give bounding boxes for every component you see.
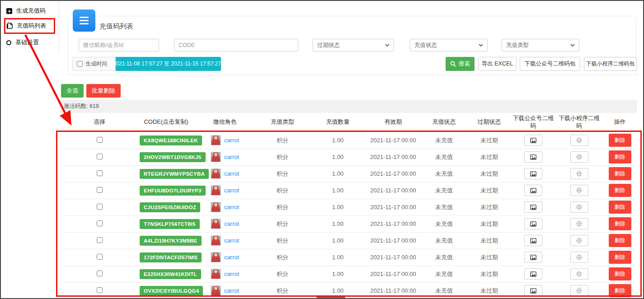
download-official-qr-button[interactable] — [524, 201, 542, 213]
expire-status-select[interactable]: 过期状态 — [313, 39, 394, 51]
download-mini-qr-button[interactable] — [570, 168, 588, 179]
row-checkbox[interactable] — [97, 170, 103, 176]
download-mini-qr-button[interactable] — [570, 252, 588, 263]
miniprogram-qr-icon — [576, 271, 582, 277]
download-official-qr-button[interactable] — [524, 135, 542, 146]
download-mini-qr-button[interactable] — [570, 235, 588, 246]
recharge-status-cell: 未充值 — [420, 282, 468, 299]
download-mini-qr-button[interactable] — [570, 151, 588, 163]
row-checkbox[interactable] — [97, 204, 103, 210]
download-mini-qr-button[interactable] — [570, 218, 588, 229]
code-badge[interactable]: E225HX30W41KDITL — [140, 269, 201, 279]
recharge-status-cell: 未充值 — [420, 266, 468, 282]
col-header-recharge-type: 充值类型 — [255, 113, 310, 132]
row-checkbox[interactable] — [97, 220, 103, 226]
col-header-actions: 操作 — [602, 113, 637, 132]
wechat-role-link[interactable]: carrot — [224, 187, 239, 194]
export-excel-button[interactable]: 导出 EXCEL — [478, 57, 517, 71]
delete-button[interactable]: 删除 — [609, 134, 631, 147]
validity-cell: 2021-11-17 00:00 — [366, 215, 420, 232]
download-mini-qr-button[interactable] — [570, 201, 588, 213]
menu-toggle-button[interactable] — [73, 9, 95, 32]
wechat-role-link[interactable]: carrot — [224, 287, 239, 294]
chevron-down-icon — [385, 44, 390, 47]
download-official-qr-pack-button[interactable]: 下载公众号二维码包 — [520, 57, 580, 71]
delete-button[interactable]: 删除 — [609, 251, 631, 264]
activation-code-count: 激活码数: 619 — [60, 100, 637, 113]
code-badge[interactable]: RTEGRJYWMYPSCYBA — [140, 169, 209, 179]
code-badge[interactable]: OVX2ICSYIBULGQG4 — [140, 286, 203, 296]
batch-delete-button[interactable]: 批量删除 — [86, 84, 121, 98]
download-mini-qr-button[interactable] — [570, 285, 588, 296]
download-official-qr-button[interactable] — [524, 151, 542, 163]
validity-cell: 2021-11-17 00:00 — [366, 266, 420, 282]
code-input[interactable] — [174, 39, 298, 51]
sidebar-item-code-list[interactable]: 充值码列表 — [6, 21, 46, 31]
col-header-select: 选择 — [61, 113, 138, 132]
download-official-qr-button[interactable] — [524, 168, 542, 179]
code-badge[interactable]: T7NSKLP756TCT8I5 — [140, 219, 200, 229]
wechat-role-link[interactable]: carrot — [224, 204, 239, 210]
nickname-member-id-input[interactable] — [79, 39, 159, 51]
wechat-role-link[interactable]: carrot — [224, 271, 239, 277]
row-checkbox[interactable] — [97, 137, 103, 143]
miniprogram-qr-icon — [576, 137, 582, 143]
delete-button[interactable]: 删除 — [609, 284, 631, 297]
recharge-type-cell: 积分 — [255, 249, 310, 266]
miniprogram-qr-icon — [576, 204, 582, 210]
download-mini-qr-pack-button[interactable]: 下载小程序二维码包 — [584, 57, 637, 71]
expire-status-cell: 未过期 — [468, 249, 511, 266]
validity-cell: 2021-11-17 00:00 — [366, 249, 420, 266]
wechat-role-link[interactable]: carrot — [224, 220, 239, 227]
wechat-role-link[interactable]: carrot — [224, 237, 239, 244]
code-badge[interactable]: 172FDNTACFD57IMS — [140, 252, 202, 262]
download-mini-qr-button[interactable] — [570, 135, 588, 146]
wechat-role-link[interactable]: carrot — [224, 154, 239, 160]
row-checkbox[interactable] — [97, 271, 103, 276]
recharge-status-select[interactable]: 充值状态 — [410, 39, 488, 51]
delete-button[interactable]: 删除 — [609, 234, 631, 247]
delete-button[interactable]: 删除 — [609, 167, 631, 180]
wechat-role-link[interactable]: carrot — [224, 170, 239, 177]
download-official-qr-button[interactable] — [524, 252, 542, 263]
code-badge[interactable]: A4LZI19H7KY3M9BE — [140, 236, 202, 246]
download-official-qr-button[interactable] — [524, 218, 542, 229]
row-checkbox[interactable] — [97, 237, 103, 243]
row-checkbox[interactable] — [97, 154, 103, 159]
search-button[interactable]: 搜索 — [446, 57, 475, 71]
download-official-qr-button[interactable] — [524, 285, 542, 296]
expire-status-cell: 未过期 — [468, 165, 511, 182]
code-badge[interactable]: CJU2SPEI5Z8UIDOZ — [140, 202, 200, 212]
download-mini-qr-button[interactable] — [570, 268, 588, 280]
delete-button[interactable]: 删除 — [609, 267, 631, 280]
download-mini-qr-button[interactable] — [570, 185, 588, 196]
generate-time-checkbox[interactable] — [77, 61, 83, 67]
sidebar-item-generate-code[interactable]: ＋ 生成充值码 — [6, 6, 46, 16]
wechat-role-link[interactable]: carrot — [224, 254, 239, 261]
sidebar-item-basic-settings[interactable]: 基础设置 — [6, 37, 39, 47]
download-official-qr-button[interactable] — [524, 185, 542, 196]
recharge-type-select[interactable]: 充值类型 — [502, 39, 579, 51]
recharge-type-cell: 积分 — [255, 165, 310, 182]
code-badge[interactable]: KX8QWE188CINILEK — [140, 135, 202, 145]
download-official-qr-button[interactable] — [524, 235, 542, 246]
recharge-type-cell: 积分 — [255, 215, 310, 232]
code-badge[interactable]: EHFUU8DO7LDURYP3 — [140, 186, 206, 196]
download-official-qr-button[interactable] — [524, 268, 542, 280]
row-checkbox[interactable] — [97, 187, 103, 193]
row-checkbox[interactable] — [97, 254, 103, 260]
delete-button[interactable]: 删除 — [609, 217, 631, 230]
code-badge[interactable]: 2HOV2WBT1DVG8KJ5 — [140, 152, 206, 162]
wechat-role-link[interactable]: carrot — [224, 137, 239, 144]
select-all-button[interactable]: 全选 — [61, 84, 84, 98]
app-window: ＋ 生成充值码 充值码列表 基础设置 充值码列表 过期状态 充值状态 充值类型 … — [0, 0, 644, 299]
image-icon — [530, 154, 536, 160]
recharge-status-cell: 未充值 — [420, 215, 468, 232]
horizontal-scrollbar-thumb[interactable] — [316, 296, 345, 298]
row-checkbox[interactable] — [97, 287, 103, 293]
delete-button[interactable]: 删除 — [609, 150, 631, 164]
recharge-status-cell: 未充值 — [420, 182, 468, 199]
delete-button[interactable]: 删除 — [609, 201, 631, 214]
date-range-button[interactable]: 2021-11-08 17:57:27 至 2021-11-15 17:57:2… — [116, 57, 221, 71]
delete-button[interactable]: 删除 — [609, 184, 631, 197]
